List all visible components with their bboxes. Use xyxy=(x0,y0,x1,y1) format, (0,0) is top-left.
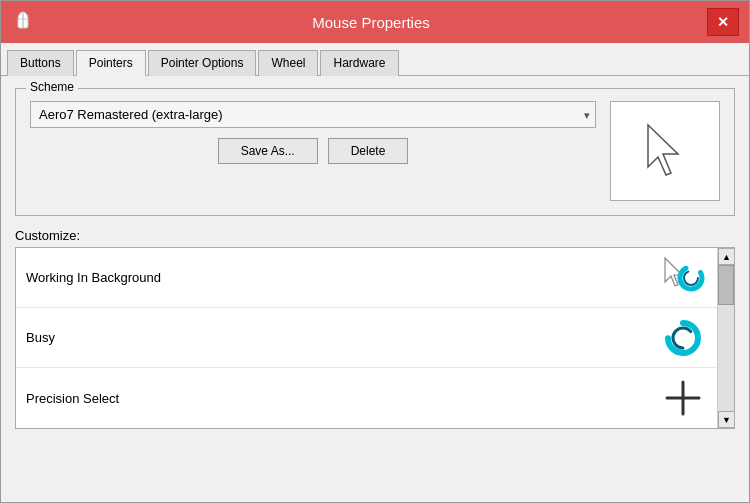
tab-pointers[interactable]: Pointers xyxy=(76,50,146,76)
list-item[interactable]: Precision Select xyxy=(16,368,717,428)
scrollbar-down-button[interactable]: ▼ xyxy=(718,411,735,428)
svg-point-5 xyxy=(676,262,705,292)
cursor-preview xyxy=(610,101,720,201)
scheme-left: Aero7 Remastered (extra-large) Windows D… xyxy=(30,101,596,164)
mouse-properties-window: Mouse Properties ✕ Buttons Pointers Poin… xyxy=(0,0,750,503)
customize-label: Customize: xyxy=(15,228,735,243)
tab-wheel[interactable]: Wheel xyxy=(258,50,318,76)
scheme-select-wrapper: Aero7 Remastered (extra-large) Windows D… xyxy=(30,101,596,128)
window-title: Mouse Properties xyxy=(35,14,707,31)
scheme-group-label: Scheme xyxy=(26,80,78,94)
working-in-background-icon xyxy=(659,254,707,302)
customize-section: Customize: Working In Background xyxy=(15,228,735,429)
svg-point-8 xyxy=(673,328,693,348)
save-as-button[interactable]: Save As... xyxy=(218,138,318,164)
scheme-group: Scheme Aero7 Remastered (extra-large) Wi… xyxy=(15,88,735,216)
list-item[interactable]: Busy xyxy=(16,308,717,368)
scrollbar: ▲ ▼ xyxy=(717,248,734,428)
list-item[interactable]: Working In Background xyxy=(16,248,717,308)
customize-list: Working In Background xyxy=(16,248,717,428)
scheme-buttons: Save As... Delete xyxy=(30,138,596,164)
tab-pointer-options[interactable]: Pointer Options xyxy=(148,50,257,76)
scheme-row: Aero7 Remastered (extra-large) Windows D… xyxy=(30,101,720,201)
scrollbar-thumb[interactable] xyxy=(718,265,734,305)
list-item-name: Precision Select xyxy=(26,391,119,406)
customize-list-wrapper: Working In Background xyxy=(15,247,735,429)
list-item-name: Working In Background xyxy=(26,270,161,285)
scrollbar-up-button[interactable]: ▲ xyxy=(718,248,735,265)
tab-hardware[interactable]: Hardware xyxy=(320,50,398,76)
title-bar: Mouse Properties ✕ xyxy=(1,1,749,43)
list-item-name: Busy xyxy=(26,330,55,345)
tab-buttons[interactable]: Buttons xyxy=(7,50,74,76)
close-button[interactable]: ✕ xyxy=(707,8,739,36)
busy-icon xyxy=(659,314,707,362)
precision-select-icon xyxy=(659,374,707,422)
tab-content: Scheme Aero7 Remastered (extra-large) Wi… xyxy=(1,76,749,502)
window-controls: ✕ xyxy=(707,8,739,36)
svg-point-6 xyxy=(684,271,698,285)
cursor-arrow-icon xyxy=(640,121,690,181)
app-icon xyxy=(11,10,35,34)
scheme-dropdown[interactable]: Aero7 Remastered (extra-large) Windows D… xyxy=(30,101,596,128)
scrollbar-track[interactable] xyxy=(718,265,734,411)
tab-bar: Buttons Pointers Pointer Options Wheel H… xyxy=(1,43,749,76)
svg-marker-3 xyxy=(648,125,678,175)
delete-button[interactable]: Delete xyxy=(328,138,409,164)
